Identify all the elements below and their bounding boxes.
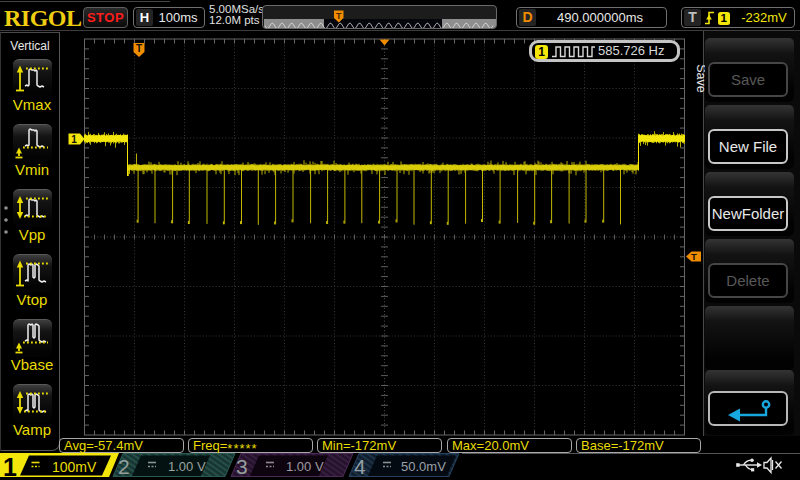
svg-text:T: T xyxy=(136,43,142,54)
svg-text:4: 4 xyxy=(354,455,366,478)
svg-text:1: 1 xyxy=(3,453,17,480)
svg-text:3: 3 xyxy=(236,455,248,478)
svg-text:50.0mV: 50.0mV xyxy=(401,459,446,474)
svg-text:1.00 V: 1.00 V xyxy=(286,459,324,474)
svg-text:T: T xyxy=(336,11,342,21)
svg-text:T: T xyxy=(691,251,697,262)
svg-text:100mV: 100mV xyxy=(52,459,97,475)
svg-text:1: 1 xyxy=(71,134,77,145)
svg-text:1.00 V: 1.00 V xyxy=(168,459,206,474)
svg-text:2: 2 xyxy=(118,455,130,478)
